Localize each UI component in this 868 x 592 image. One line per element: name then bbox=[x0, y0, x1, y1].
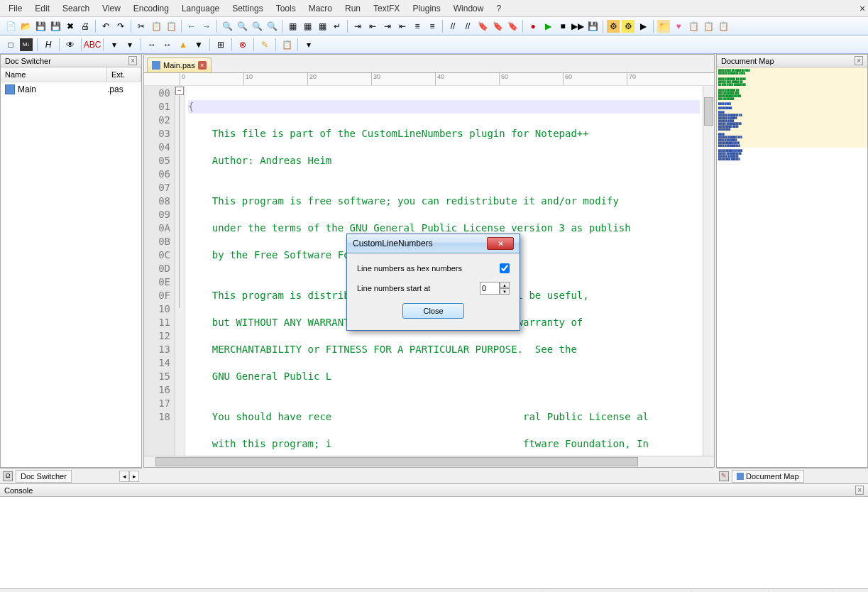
menu-textfx[interactable]: TextFX bbox=[368, 2, 405, 15]
tool-icon[interactable]: ⊞ bbox=[214, 38, 227, 51]
wrap-icon[interactable]: ↵ bbox=[331, 20, 344, 33]
zoom-in-icon[interactable]: 🔍 bbox=[251, 20, 263, 33]
tool-icon[interactable]: ▲ bbox=[177, 38, 189, 51]
toggle-panel-icon[interactable]: ▦ bbox=[301, 20, 314, 33]
dropdown-icon[interactable]: ▾ bbox=[302, 38, 315, 51]
record-icon[interactable]: ● bbox=[527, 20, 539, 33]
fold-column[interactable]: − bbox=[175, 86, 185, 456]
menu-window[interactable]: Window bbox=[448, 2, 490, 15]
bookmark-icon[interactable]: 🔖 bbox=[506, 20, 519, 33]
plugin-icon[interactable]: 📋 bbox=[687, 20, 700, 33]
bookmark-icon[interactable]: 🔖 bbox=[476, 20, 489, 33]
plugin-icon[interactable]: ▶ bbox=[637, 20, 649, 33]
plugin-icon[interactable]: 📋 bbox=[702, 20, 715, 33]
bookmark-icon[interactable]: 🔖 bbox=[491, 20, 504, 33]
cut-icon[interactable]: ✂ bbox=[135, 20, 148, 33]
close-button[interactable]: Close bbox=[402, 303, 463, 319]
save-icon[interactable]: 💾 bbox=[34, 20, 47, 33]
heart-icon[interactable]: ♥ bbox=[672, 20, 685, 33]
paste-icon[interactable]: 📋 bbox=[165, 20, 177, 33]
tab-doc-switcher[interactable]: Doc Switcher bbox=[16, 470, 72, 483]
document-map-canvas[interactable]: ████ ████ ██ ████ ██ █████████ ███████ █… bbox=[717, 67, 867, 467]
menu-view[interactable]: View bbox=[97, 2, 126, 15]
panel-close-icon[interactable]: × bbox=[855, 486, 864, 495]
tool-icon[interactable]: ▼ bbox=[192, 38, 205, 51]
menu-file[interactable]: File bbox=[3, 2, 28, 15]
window-close-icon[interactable]: × bbox=[854, 1, 865, 13]
toggle-panel-icon[interactable]: ▦ bbox=[286, 20, 299, 33]
format-icon[interactable]: ≡ bbox=[426, 20, 439, 33]
doc-item[interactable]: Main .pas bbox=[1, 82, 141, 97]
html-icon[interactable]: H bbox=[42, 38, 55, 51]
save-all-icon[interactable]: 💾 bbox=[49, 20, 62, 33]
menu-plugins[interactable]: Plugins bbox=[407, 2, 446, 15]
console-output[interactable] bbox=[0, 497, 868, 588]
tab-document-map[interactable]: Document Map bbox=[732, 470, 804, 483]
spinner-down-icon[interactable]: ▼ bbox=[500, 288, 510, 295]
panel-icon[interactable]: ✎ bbox=[719, 471, 729, 481]
plugin-icon[interactable]: ⚙ bbox=[622, 20, 634, 33]
outdent-icon[interactable]: ⇤ bbox=[396, 20, 409, 33]
scrollbar-thumb[interactable] bbox=[155, 457, 638, 466]
menu-macro[interactable]: Macro bbox=[303, 2, 338, 15]
menu-help[interactable]: ? bbox=[490, 2, 507, 15]
spell-icon[interactable]: ABC bbox=[86, 38, 99, 51]
plugin-icon[interactable]: 📋 bbox=[717, 20, 730, 33]
close-icon[interactable]: ✖ bbox=[64, 20, 77, 33]
start-at-spinner[interactable]: ▲ ▼ bbox=[480, 282, 510, 295]
indent-icon[interactable]: ⇥ bbox=[351, 20, 364, 33]
indent-icon[interactable]: ⇥ bbox=[381, 20, 394, 33]
uncomment-icon[interactable]: // bbox=[461, 20, 474, 33]
tool-icon[interactable]: ⊗ bbox=[236, 38, 249, 51]
undo-icon[interactable]: ↶ bbox=[99, 20, 112, 33]
plugin-icon[interactable]: 📁 bbox=[657, 20, 670, 33]
start-at-input[interactable] bbox=[480, 282, 500, 295]
dialog-titlebar[interactable]: CustomLineNumbers ✕ bbox=[347, 234, 520, 253]
panel-close-icon[interactable]: × bbox=[855, 56, 863, 65]
menu-language[interactable]: Language bbox=[176, 2, 225, 15]
menu-edit[interactable]: Edit bbox=[29, 2, 55, 15]
zoom-out-icon[interactable]: 🔍 bbox=[265, 20, 278, 33]
panel-icon[interactable]: Ω bbox=[3, 471, 13, 481]
arrow-left-icon[interactable]: ◂ bbox=[119, 471, 129, 482]
arrow-right-icon[interactable]: ▸ bbox=[129, 471, 139, 482]
tool-icon[interactable]: ✎ bbox=[258, 38, 271, 51]
format-icon[interactable]: ≡ bbox=[411, 20, 424, 33]
plugin-icon[interactable]: ⚙ bbox=[607, 20, 620, 33]
fold-minus-icon[interactable]: − bbox=[175, 87, 184, 95]
outdent-icon[interactable]: ⇤ bbox=[366, 20, 379, 33]
menu-encoding[interactable]: Encoding bbox=[128, 2, 175, 15]
macro-icon[interactable]: ▶▶ bbox=[571, 20, 584, 33]
tool-icon[interactable]: ▾ bbox=[123, 38, 136, 51]
arrow-right-icon[interactable]: → bbox=[200, 20, 213, 33]
replace-icon[interactable]: 🔍 bbox=[236, 20, 248, 33]
tab-close-icon[interactable]: × bbox=[198, 61, 207, 70]
menu-search[interactable]: Search bbox=[57, 2, 95, 15]
col-ext[interactable]: Ext. bbox=[107, 67, 141, 82]
panel-close-icon[interactable]: × bbox=[128, 56, 137, 65]
spinner-up-icon[interactable]: ▲ bbox=[500, 282, 510, 288]
dialog-close-icon[interactable]: ✕ bbox=[487, 237, 514, 250]
stop-icon[interactable]: ■ bbox=[556, 20, 569, 33]
toggle-panel-icon[interactable]: ▦ bbox=[316, 20, 329, 33]
scrollbar-thumb[interactable] bbox=[704, 97, 713, 126]
copy-icon[interactable]: 📋 bbox=[150, 20, 163, 33]
tool-icon[interactable]: ↔ bbox=[161, 38, 174, 51]
comment-icon[interactable]: // bbox=[446, 20, 459, 33]
menu-settings[interactable]: Settings bbox=[226, 2, 268, 15]
macro-icon[interactable]: 💾 bbox=[586, 20, 599, 33]
tool-icon[interactable]: ↔ bbox=[145, 38, 158, 51]
tool-icon[interactable]: 📋 bbox=[280, 38, 293, 51]
tab-main-pas[interactable]: Main.pas × bbox=[147, 57, 211, 72]
hex-checkbox[interactable] bbox=[500, 263, 510, 273]
open-file-icon[interactable]: 📂 bbox=[19, 20, 32, 33]
tool-icon[interactable]: ▾ bbox=[108, 38, 121, 51]
col-name[interactable]: Name bbox=[1, 67, 107, 82]
print-icon[interactable]: 🖨 bbox=[79, 20, 92, 33]
tool-icon[interactable]: □ bbox=[4, 38, 17, 51]
find-icon[interactable]: 🔍 bbox=[221, 20, 234, 33]
horizontal-scrollbar[interactable] bbox=[144, 456, 714, 467]
markdown-icon[interactable]: M↓ bbox=[20, 38, 33, 51]
eye-icon[interactable]: 👁 bbox=[64, 38, 77, 51]
menu-tools[interactable]: Tools bbox=[270, 2, 302, 15]
